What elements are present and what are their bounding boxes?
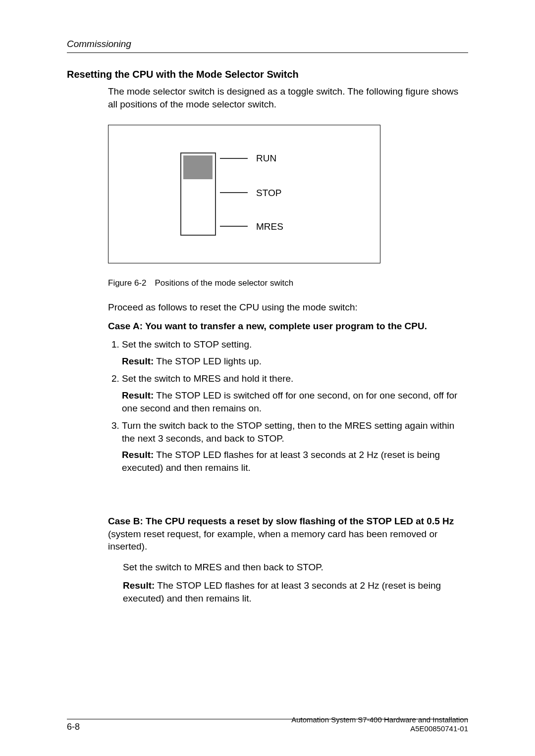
leader-line-stop [220,192,248,193]
case-b-set-line: Set the switch to MRES and then back to … [123,561,468,574]
figure-caption: Figure 6-2 Positions of the mode selecto… [108,278,293,288]
step-3-result-label: Result: [122,450,154,460]
case-b-tail: (system reset request, for example, when… [108,529,437,552]
case-b-title: Case B: The CPU requests a reset by slow… [108,516,454,526]
selector-knob-run-position [183,155,213,179]
figure-label-mres: MRES [256,221,283,232]
case-b-result-text: The STOP LED flashes for at least 3 seco… [123,580,441,604]
step-2-result: Result: The STOP LED is switched off for… [122,389,468,414]
intro-paragraph: The mode selector switch is designed as … [108,85,468,110]
section-heading: Resetting the CPU with the Mode Selector… [67,69,468,80]
footer-right-block: Automation System S7-400 Hardware and In… [291,715,468,734]
proceed-paragraph: Proceed as follows to reset the CPU usin… [108,302,468,313]
document-page: Commissioning Resetting the CPU with the… [0,0,535,756]
footer-page-number: 6-8 [67,722,80,732]
step-3-text: Turn the switch back to the STOP setting… [122,420,454,444]
case-b-result: Result: The STOP LED flashes for at leas… [123,579,468,605]
case-a-step-2: Set the switch to MRES and hold it there… [122,372,468,414]
figure-label-run: RUN [256,153,276,164]
step-3-result: Result: The STOP LED flashes for at leas… [122,449,468,474]
footer-doc-title: Automation System S7-400 Hardware and In… [291,715,468,725]
case-a-step-1: Set the switch to STOP setting. Result: … [122,338,468,367]
step-1-result: Result: The STOP LED lights up. [122,355,468,368]
leader-line-mres [220,226,248,227]
case-a-step-3: Turn the switch back to the STOP setting… [122,419,468,474]
case-a-title: Case A: You want to transfer a new, comp… [108,321,468,332]
case-b-block: Case B: The CPU requests a reset by slow… [108,515,468,553]
step-1-result-label: Result: [122,356,154,366]
step-1-text: Set the switch to STOP setting. [122,339,252,350]
selector-frame [180,152,216,236]
footer-doc-id: A5E00850741-01 [291,724,468,734]
leader-line-run [220,158,248,159]
step-1-result-text: The STOP LED lights up. [154,356,262,366]
case-b-result-label: Result: [123,580,155,591]
step-2-result-label: Result: [122,390,154,401]
step-2-text: Set the switch to MRES and hold it there… [122,373,293,384]
figure-label-stop: STOP [256,188,281,199]
step-3-result-text: The STOP LED flashes for at least 3 seco… [122,450,440,473]
step-2-result-text: The STOP LED is switched off for one sec… [122,390,457,413]
running-header: Commissioning [67,39,468,53]
case-a-steps: Set the switch to STOP setting. Result: … [108,338,468,479]
mode-selector-figure: RUN STOP MRES [108,125,380,263]
